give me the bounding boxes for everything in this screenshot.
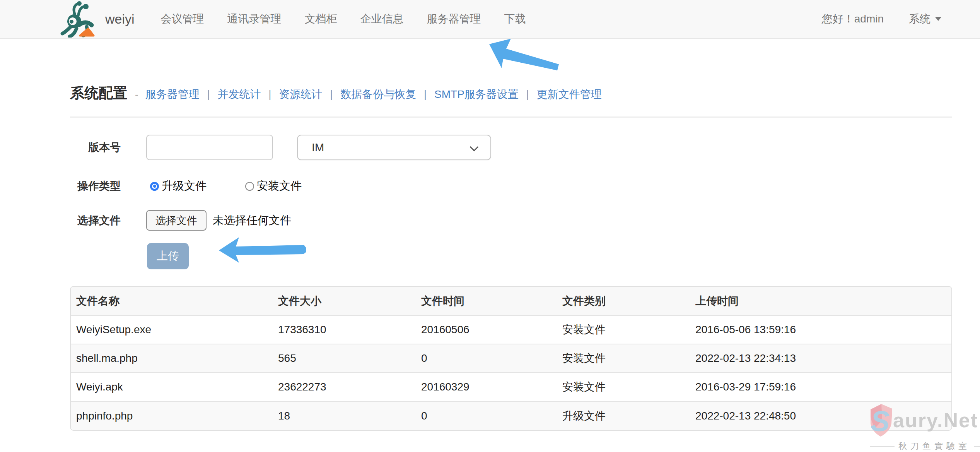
navbar: weiyi 会议管理 通讯录管理 文档柜 企业信息 服务器管理 下载 您好！ad… bbox=[0, 0, 980, 39]
upload-button[interactable]: 上传 bbox=[147, 243, 189, 269]
subnav-link-update-files[interactable]: 更新文件管理 bbox=[537, 88, 602, 100]
files-table: 文件名称 文件大小 文件时间 文件类别 上传时间 WeiyiSetup.exe … bbox=[70, 286, 952, 431]
header-divider bbox=[70, 116, 952, 118]
version-label: 版本号 bbox=[70, 140, 121, 155]
col-header-upload-time: 上传时间 bbox=[690, 287, 951, 315]
subnav-link-server[interactable]: 服务器管理 bbox=[145, 88, 200, 100]
subnav: 服务器管理 | 并发统计 | 资源统计 | 数据备份与恢复 | SMTP服务器设… bbox=[145, 86, 602, 103]
title-dash: - bbox=[135, 86, 138, 103]
nav-item-download[interactable]: 下载 bbox=[504, 0, 526, 38]
nav-item-meeting[interactable]: 会议管理 bbox=[161, 0, 204, 38]
main-content: 系统配置 - 服务器管理 | 并发统计 | 资源统计 | 数据备份与恢复 | S… bbox=[70, 39, 952, 431]
brand-name[interactable]: weiyi bbox=[105, 12, 135, 27]
col-header-category: 文件类别 bbox=[557, 287, 690, 315]
subnav-link-resources[interactable]: 资源统计 bbox=[279, 88, 322, 100]
user-greeting: 您好！admin bbox=[822, 12, 884, 26]
page-header: 系统配置 - 服务器管理 | 并发统计 | 资源统计 | 数据备份与恢复 | S… bbox=[70, 85, 952, 103]
nav-item-contacts[interactable]: 通讯录管理 bbox=[227, 0, 282, 38]
watermark-s-glyph: S bbox=[871, 404, 890, 439]
subnav-link-smtp[interactable]: SMTP服务器设置 bbox=[434, 88, 519, 100]
annotation-arrow-upload-icon bbox=[217, 235, 308, 266]
nav-item-server[interactable]: 服务器管理 bbox=[427, 0, 481, 38]
watermark-line-left bbox=[870, 446, 895, 447]
table-row: Weiyi.apk 23622273 20160329 安装文件 2016-03… bbox=[71, 373, 951, 401]
table-row: shell.ma.php 565 0 安装文件 2022-02-13 22:34… bbox=[71, 344, 951, 373]
table-header-row: 文件名称 文件大小 文件时间 文件类别 上传时间 bbox=[71, 287, 951, 315]
watermark-brand-text: aury.Net bbox=[893, 409, 978, 432]
type-select[interactable]: IM bbox=[297, 135, 491, 160]
table-row: phpinfo.php 18 0 升级文件 2022-02-13 22:48:5… bbox=[71, 401, 951, 430]
col-header-file-name: 文件名称 bbox=[71, 287, 273, 315]
annotation-arrow-nav-icon bbox=[485, 39, 563, 74]
main-nav: 会议管理 通讯录管理 文档柜 企业信息 服务器管理 下载 bbox=[161, 0, 549, 38]
upgrade-radio-label[interactable]: 升级文件 bbox=[162, 178, 207, 194]
subnav-link-backup[interactable]: 数据备份与恢复 bbox=[340, 88, 416, 100]
install-radio[interactable] bbox=[245, 182, 254, 191]
operation-row: 操作类型 升级文件 安装文件 bbox=[70, 180, 952, 193]
chevron-down-icon bbox=[935, 17, 941, 21]
watermark-line-right bbox=[974, 446, 980, 447]
page-title: 系统配置 bbox=[70, 85, 127, 101]
upgrade-radio[interactable] bbox=[150, 182, 159, 191]
file-row: 选择文件 选择文件 未选择任何文件 bbox=[70, 210, 952, 231]
choose-file-button[interactable]: 选择文件 bbox=[146, 210, 207, 231]
saury-shield-logo-icon: S bbox=[867, 401, 895, 440]
version-row: 版本号 IM bbox=[70, 135, 952, 160]
col-header-file-size: 文件大小 bbox=[273, 287, 416, 315]
col-header-file-time: 文件时间 bbox=[416, 287, 557, 315]
weiyi-ant-logo-icon[interactable] bbox=[59, 1, 96, 38]
watermark-subtitle: 秋刀鱼實驗室 bbox=[898, 440, 970, 452]
saury-net-watermark: S aury.Net 秋刀鱼實驗室 bbox=[867, 401, 980, 452]
file-label: 选择文件 bbox=[70, 213, 121, 228]
subnav-link-concurrency[interactable]: 并发统计 bbox=[218, 88, 261, 100]
operation-label: 操作类型 bbox=[70, 179, 121, 193]
nav-item-company[interactable]: 企业信息 bbox=[360, 0, 404, 38]
radio-group-upgrade: 升级文件 bbox=[150, 178, 207, 194]
type-select-value: IM bbox=[312, 141, 324, 154]
table-row: WeiyiSetup.exe 17336310 20160506 安装文件 20… bbox=[71, 315, 951, 344]
install-radio-label[interactable]: 安装文件 bbox=[257, 178, 302, 194]
nav-item-documents[interactable]: 文档柜 bbox=[305, 0, 337, 38]
upload-row: 上传 bbox=[70, 243, 952, 269]
radio-group-install: 安装文件 bbox=[245, 178, 302, 194]
select-chevron-icon bbox=[470, 143, 479, 152]
file-status-text: 未选择任何文件 bbox=[213, 213, 291, 228]
version-input[interactable] bbox=[146, 135, 273, 160]
system-dropdown[interactable]: 系统 bbox=[909, 12, 941, 26]
